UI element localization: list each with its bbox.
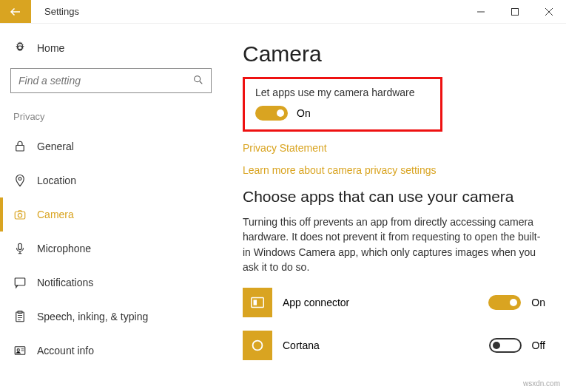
nav-label: Location: [37, 175, 76, 186]
watermark: wsxdn.com: [523, 379, 560, 388]
page-title: Camera: [243, 41, 545, 67]
account-icon: [13, 344, 27, 357]
home-button[interactable]: Home: [10, 37, 212, 64]
svg-rect-6: [18, 243, 22, 249]
main-toggle[interactable]: [255, 106, 288, 121]
app-connector-icon: [243, 288, 272, 317]
toggle-state: Off: [532, 339, 545, 351]
app-connector-toggle[interactable]: [488, 295, 521, 310]
lock-icon: [13, 140, 27, 153]
sidebar-item-microphone[interactable]: Microphone: [0, 232, 212, 266]
toggle-state: On: [531, 297, 545, 308]
notifications-icon: [13, 276, 27, 289]
description: Turning this off prevents an app from di…: [243, 214, 545, 274]
sidebar-item-account[interactable]: Account info: [0, 334, 212, 368]
nav-label: General: [37, 141, 74, 152]
maximize-icon: [511, 8, 519, 16]
app-name: Cortana: [283, 339, 479, 351]
nav-label: Notifications: [37, 277, 93, 288]
search-icon: [192, 74, 204, 86]
learn-more-link[interactable]: Learn more about camera privacy settings: [243, 164, 545, 176]
microphone-icon: [13, 242, 27, 255]
svg-rect-4: [15, 212, 25, 219]
close-icon: [545, 8, 553, 16]
maximize-button[interactable]: [498, 0, 532, 23]
clipboard-icon: [13, 310, 27, 323]
home-label: Home: [37, 42, 64, 54]
location-icon: [13, 174, 27, 187]
cortana-toggle[interactable]: [489, 338, 522, 353]
main-toggle-state: On: [297, 107, 311, 119]
nav-label: Microphone: [37, 243, 91, 254]
close-button[interactable]: [532, 0, 566, 23]
svg-point-1: [195, 76, 201, 82]
svg-rect-7: [15, 278, 25, 285]
app-row-cortana: Cortana Off: [243, 331, 545, 360]
minimize-button[interactable]: [464, 0, 498, 23]
sidebar-item-notifications[interactable]: Notifications: [0, 266, 212, 300]
gear-icon: [13, 41, 27, 55]
window-title: Settings: [31, 0, 464, 23]
highlight-box: Let apps use my camera hardware On: [243, 77, 442, 132]
app-name: App connector: [283, 297, 478, 308]
search-input[interactable]: [10, 68, 212, 93]
svg-point-14: [253, 341, 263, 351]
main-toggle-label: Let apps use my camera hardware: [255, 87, 430, 98]
nav-label: Speech, inking, & typing: [37, 311, 148, 322]
sidebar-item-camera[interactable]: Camera: [0, 197, 212, 232]
app-row-connector: App connector On: [243, 288, 545, 317]
privacy-statement-link[interactable]: Privacy Statement: [243, 142, 545, 154]
arrow-left-icon: [9, 5, 22, 18]
sidebar-item-speech[interactable]: Speech, inking, & typing: [0, 300, 212, 334]
section-label: Privacy: [10, 111, 212, 129]
svg-rect-0: [512, 8, 519, 15]
svg-rect-12: [252, 298, 264, 308]
svg-rect-2: [16, 146, 24, 152]
svg-point-11: [17, 349, 19, 351]
cortana-icon: [243, 331, 272, 360]
svg-rect-13: [254, 300, 257, 305]
svg-point-5: [18, 214, 21, 217]
nav-label: Camera: [37, 209, 74, 220]
svg-point-3: [18, 178, 21, 180]
nav-label: Account info: [37, 345, 94, 356]
sidebar-item-general[interactable]: General: [0, 129, 212, 163]
sidebar-item-location[interactable]: Location: [0, 163, 212, 197]
camera-icon: [13, 208, 27, 221]
back-button[interactable]: [0, 0, 31, 23]
subhead: Choose apps that can use your camera: [243, 188, 545, 206]
minimize-icon: [477, 8, 485, 16]
